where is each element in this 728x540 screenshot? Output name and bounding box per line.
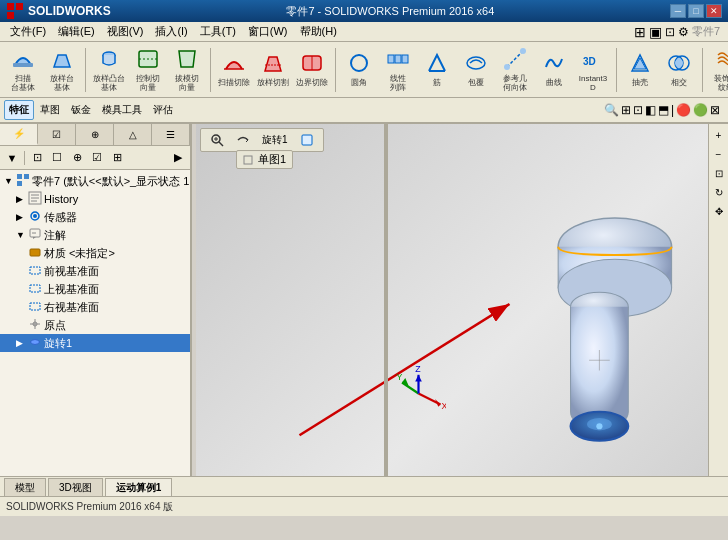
tree-root-icon: [16, 173, 32, 190]
svg-rect-36: [30, 285, 40, 292]
minimize-button[interactable]: ─: [670, 4, 686, 18]
view-icon3[interactable]: ◧: [645, 103, 656, 117]
menu-window[interactable]: 窗口(W): [242, 22, 294, 41]
menu-help[interactable]: 帮助(H): [294, 22, 343, 41]
boundary-cut-button[interactable]: 边界切除: [293, 46, 331, 94]
tab-model[interactable]: 模型: [4, 478, 46, 496]
scan-cut-button[interactable]: 扫描切除: [215, 46, 253, 94]
view-icon4[interactable]: ⬒: [658, 103, 669, 117]
menu-insert[interactable]: 插入(I): [149, 22, 193, 41]
ref-geom-button[interactable]: 参考几何向体: [496, 46, 534, 94]
tree-item-sensor[interactable]: ▶ 传感器: [0, 208, 190, 226]
circle-button[interactable]: 圆角: [340, 46, 378, 94]
ref-geom-label: 参考几何向体: [503, 75, 527, 93]
color-icon2[interactable]: 🟢: [693, 103, 708, 117]
shell-button[interactable]: 抽壳: [621, 46, 659, 94]
vp-btn-zoom[interactable]: [205, 131, 229, 149]
panel-tool-2[interactable]: ☐: [48, 149, 66, 167]
tree-root[interactable]: ▼ 零件7 (默认<<默认>_显示状态 1>): [0, 172, 190, 190]
tree-item-top-plane[interactable]: 上视基准面: [0, 280, 190, 298]
tab-features[interactable]: 特征: [4, 100, 34, 120]
panel-tab-dimxpert[interactable]: △: [114, 124, 152, 145]
scan-base-button[interactable]: 扫描台基体: [4, 46, 42, 94]
loft-base-button[interactable]: 放样台基体: [43, 46, 81, 94]
loft-boss-button[interactable]: 放样凸台基体: [90, 46, 128, 94]
scan-base-icon: [11, 47, 35, 74]
sep1: [85, 48, 86, 92]
intersect-label: 相交: [671, 79, 687, 88]
toolbar-icon-3[interactable]: ⊡: [665, 25, 675, 39]
rt-rotate[interactable]: ↻: [710, 183, 728, 201]
menu-tools[interactable]: 工具(T): [194, 22, 242, 41]
panel-tool-4[interactable]: ☑: [88, 149, 106, 167]
svg-rect-25: [17, 181, 22, 186]
view-icon1[interactable]: ⊞: [621, 103, 631, 117]
toolbar-icon-1[interactable]: ⊞: [634, 24, 646, 40]
menu-edit[interactable]: 编辑(E): [52, 22, 101, 41]
instant3d-button[interactable]: 3D Instant3D: [574, 46, 612, 94]
tree-item-history[interactable]: ▶ History: [0, 190, 190, 208]
tab-3dview[interactable]: 3D视图: [48, 478, 103, 496]
tree-item-revolve1[interactable]: ▶ 旋转1: [0, 334, 190, 352]
tab-evaluate[interactable]: 评估: [148, 100, 178, 120]
rt-fit[interactable]: ⊡: [710, 164, 728, 182]
tree-item-origin[interactable]: 原点: [0, 316, 190, 334]
panel-resize-handle[interactable]: [384, 124, 388, 476]
tab-motion1[interactable]: 运动算例1: [105, 478, 173, 496]
tree-item-right-plane[interactable]: 右视基准面: [0, 298, 190, 316]
color-icon1[interactable]: 🔴: [676, 103, 691, 117]
color-icon3[interactable]: ⊠: [710, 103, 720, 117]
panel-tab-feature[interactable]: ⚡: [0, 124, 38, 145]
logo-solidworks-text: SOLIDWORKS: [28, 4, 111, 18]
panel-tool-expand[interactable]: ▶: [169, 149, 187, 167]
loft-cut-button[interactable]: 放样切割: [254, 46, 292, 94]
wrap-button[interactable]: 包覆: [457, 46, 495, 94]
tab-mold[interactable]: 模具工具: [97, 100, 147, 120]
vp-btn-rotate[interactable]: [231, 131, 255, 149]
close-button[interactable]: ✕: [706, 4, 722, 18]
tree-item-material[interactable]: 材质 <未指定>: [0, 244, 190, 262]
panel-tab-config[interactable]: ⊕: [76, 124, 114, 145]
linear-pattern-button[interactable]: 线性列阵: [379, 46, 417, 94]
panel-tool-5[interactable]: ⊞: [108, 149, 126, 167]
search-icon[interactable]: 🔍: [604, 103, 619, 117]
maximize-button[interactable]: □: [688, 4, 704, 18]
draft-cut-button[interactable]: 拔模切向量: [168, 46, 206, 94]
intersect-button[interactable]: 相交: [660, 46, 698, 94]
status-bar: SOLIDWORKS Premium 2016 x64 版: [0, 496, 728, 516]
loft-base-label: 放样台基体: [50, 75, 74, 93]
tree-item-front-plane[interactable]: 前视基准面: [0, 262, 190, 280]
svg-point-11: [351, 55, 367, 71]
thread-button[interactable]: 装饰螺纹线: [707, 46, 728, 94]
window-controls[interactable]: ─ □ ✕: [670, 4, 722, 18]
rt-zoom-out[interactable]: −: [710, 145, 728, 163]
toolbar-icon-2[interactable]: ▣: [649, 24, 662, 40]
rt-zoom-in[interactable]: +: [710, 126, 728, 144]
tab-sketch[interactable]: 草图: [35, 100, 65, 120]
menu-view[interactable]: 视图(V): [101, 22, 150, 41]
panel-tool-3[interactable]: ⊕: [68, 149, 86, 167]
control-cut-button[interactable]: 控制切向量: [129, 46, 167, 94]
toolbar-row1: 扫描台基体 放样台基体 放样凸台基体 控制切向量: [0, 42, 728, 98]
rt-pan[interactable]: ✥: [710, 202, 728, 220]
linear-pattern-label: 线性列阵: [390, 75, 406, 93]
panel-tab-appearance[interactable]: ☰: [152, 124, 190, 145]
scan-base-label: 扫描台基体: [11, 75, 35, 93]
filter-icon[interactable]: ▼: [3, 149, 21, 167]
left-panel: ⚡ ☑ ⊕ △ ☰ ▼ ⊡ ☐ ⊕ ☑ ⊞ ▶ ▼ 零件7 (: [0, 124, 192, 476]
panel-tool-1[interactable]: ⊡: [28, 149, 46, 167]
curves-button[interactable]: 曲线: [535, 46, 573, 94]
tab-sheetmetal[interactable]: 钣金: [66, 100, 96, 120]
vp-btn-display[interactable]: [295, 131, 319, 149]
panel-tab-property[interactable]: ☑: [38, 124, 76, 145]
toolbar-icon-4[interactable]: ⚙: [678, 25, 689, 39]
menu-file[interactable]: 文件(F): [4, 22, 52, 41]
rib-button[interactable]: 筋: [418, 46, 456, 94]
vp-btn-view-label[interactable]: 旋转1: [257, 131, 293, 149]
svg-rect-0: [7, 3, 14, 10]
menu-bar: 文件(F) 编辑(E) 视图(V) 插入(I) 工具(T) 窗口(W) 帮助(H…: [0, 22, 728, 42]
tree-item-front-plane-label: 前视基准面: [44, 264, 99, 279]
view-icon2[interactable]: ⊡: [633, 103, 643, 117]
app-logo: SOLIDWORKS: [6, 2, 111, 20]
tree-item-annotation[interactable]: ▼ 注解: [0, 226, 190, 244]
